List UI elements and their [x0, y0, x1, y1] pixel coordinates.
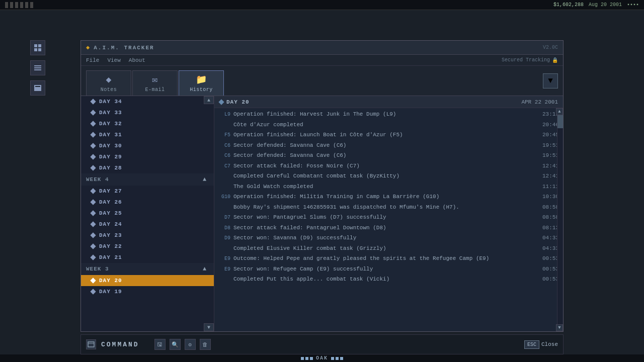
main-window: ◆ A.I.M. TRACKER V2.0C File View About S…	[80, 40, 564, 332]
day-label: DAY 28	[99, 165, 122, 171]
cmd-settings-button[interactable]: ⚙	[185, 339, 196, 350]
svg-rect-6	[34, 69, 41, 70]
day-label: DAY 26	[99, 199, 122, 205]
day-diamond	[90, 99, 96, 104]
entry-0: L9 Operation finished: Harvest Junk in T…	[214, 109, 563, 120]
entry-text: Sector attack failed: Pantagruel Downtow…	[233, 224, 538, 232]
entry-code: C6	[218, 153, 233, 158]
entry-text: Completed Put this apple... combat task …	[233, 275, 538, 284]
cmd-delete-button[interactable]: 🗑	[200, 339, 211, 350]
day-item-19[interactable]: DAY 19	[81, 286, 214, 297]
content-area: DAY 34 DAY 33 DAY 32 DAY 31	[81, 96, 563, 331]
day-item-22[interactable]: DAY 22	[81, 241, 214, 252]
day-label: DAY 19	[99, 289, 122, 295]
entry-code: D7	[218, 215, 233, 220]
history-day-label: DAY 20	[226, 99, 250, 105]
day-diamond	[90, 221, 96, 227]
week-3-label: WEEK 3	[86, 266, 109, 272]
menu-view[interactable]: View	[107, 57, 120, 63]
entry-code: E9	[218, 256, 233, 261]
day-item-23[interactable]: DAY 23	[81, 230, 214, 241]
entry-15: E9 Sector won: Refugee Camp (E9) success…	[214, 264, 563, 275]
day-diamond	[90, 143, 96, 148]
day-diamond	[90, 110, 96, 115]
entry-1: Côte d'Azur completed 20:46	[214, 120, 563, 130]
bottom-status-text: OAK	[316, 355, 328, 361]
tab-arrow-button[interactable]: ▼	[543, 73, 558, 88]
day-item-31[interactable]: DAY 31	[81, 129, 214, 140]
menu-file[interactable]: File	[86, 57, 99, 63]
command-icon	[86, 339, 96, 349]
entry-text: Sector defended: Savanna Cave (C6)	[233, 141, 538, 150]
day-item-29[interactable]: DAY 29	[81, 151, 214, 162]
entry-2: F5 Operation finished: Launch Boat in Cô…	[214, 130, 563, 140]
entry-4: C6 Sector defended: Savanna Cave (C6) 19…	[214, 150, 563, 161]
day-item-28[interactable]: DAY 28	[81, 162, 214, 173]
history-scroll-down[interactable]: ▼	[556, 324, 563, 331]
day-label: DAY 29	[99, 154, 122, 160]
entry-text: Côte d'Azur completed	[233, 121, 538, 129]
sidebar-icon-3[interactable]	[30, 80, 45, 96]
history-scrollbar	[557, 108, 563, 331]
dot	[331, 357, 334, 360]
date-display: Aug 20 2001	[589, 2, 622, 8]
system-bar: $1,602,288 Aug 20 2001 ▪▪▪▪	[0, 0, 644, 10]
svg-rect-0	[34, 44, 37, 47]
entry-text: The Gold Watch completed	[233, 183, 538, 191]
day-diamond	[90, 121, 96, 126]
day-item-32[interactable]: DAY 32	[81, 118, 214, 129]
dot	[305, 357, 308, 360]
day-item-25[interactable]: DAY 25	[81, 208, 214, 219]
week-3-collapse[interactable]: ▲	[201, 265, 209, 273]
day-label: DAY 31	[99, 132, 122, 138]
window-titlebar: ◆ A.I.M. TRACKER V2.0C	[81, 41, 563, 55]
tabs-area: ◆ Notes ✉ E-mail 📁 History ▼	[81, 66, 563, 96]
close-label: Close	[541, 341, 558, 347]
entry-14: E9 Outcome: Helped Pepe and greatly plea…	[214, 253, 563, 264]
svg-rect-8	[35, 86, 40, 87]
entry-code: F5	[218, 132, 233, 138]
day-item-27[interactable]: DAY 27	[81, 186, 214, 197]
day-item-30[interactable]: DAY 30	[81, 140, 214, 151]
sidebar-icon-2[interactable]	[30, 60, 45, 75]
day-list-scroll-down[interactable]: ▼	[204, 323, 214, 331]
svg-rect-7	[34, 85, 41, 91]
day-diamond	[90, 243, 96, 249]
day-item-21[interactable]: DAY 21	[81, 252, 214, 263]
day-label: DAY 23	[99, 232, 122, 238]
entry-text: Operation finished: Harvest Junk in The …	[233, 110, 538, 119]
day-item-20[interactable]: DAY 20	[81, 275, 214, 286]
close-button[interactable]: ESC Close	[524, 340, 558, 349]
day-diamond	[90, 289, 96, 294]
entry-5: C7 Sector attack failed: Fosse Noire (C7…	[214, 161, 563, 171]
cmd-save-button[interactable]: 🖫	[154, 339, 166, 350]
svg-rect-3	[38, 48, 41, 51]
dot	[310, 357, 313, 360]
esc-key: ESC	[524, 340, 539, 349]
tab-history-label: History	[190, 87, 213, 93]
entry-11: D8 Sector attack failed: Pantagruel Down…	[214, 223, 563, 233]
day-list-scroll-up[interactable]: ▲	[204, 96, 214, 104]
entry-text: Sector attack failed: Fosse Noire (C7)	[233, 162, 538, 170]
history-scroll-up[interactable]: ▲	[556, 108, 563, 115]
history-header: DAY 20 APR 22 2001	[214, 96, 563, 108]
day-label: DAY 30	[99, 143, 122, 149]
week-4-collapse[interactable]: ▲	[201, 175, 209, 184]
cmd-search-button[interactable]: 🔍	[170, 339, 181, 350]
day-list-inner: DAY 34 DAY 33 DAY 32 DAY 31	[81, 96, 214, 331]
command-label: COMMAND	[101, 341, 139, 348]
day-item-34[interactable]: DAY 34	[81, 96, 214, 107]
tab-history[interactable]: 📁 History	[179, 70, 224, 96]
sidebar-icon-1[interactable]	[30, 40, 45, 55]
day-item-26[interactable]: DAY 26	[81, 197, 214, 208]
svg-rect-1	[38, 44, 41, 47]
bottom-bar: OAK	[0, 354, 644, 362]
day-item-33[interactable]: DAY 33	[81, 107, 214, 118]
day-item-24[interactable]: DAY 24	[81, 219, 214, 230]
tab-email[interactable]: ✉ E-mail	[132, 70, 178, 96]
menu-about[interactable]: About	[129, 57, 145, 63]
day-diamond	[90, 254, 96, 260]
day-diamond	[90, 232, 96, 238]
tab-notes[interactable]: ◆ Notes	[86, 70, 131, 96]
aim-icon: ◆	[86, 44, 90, 51]
